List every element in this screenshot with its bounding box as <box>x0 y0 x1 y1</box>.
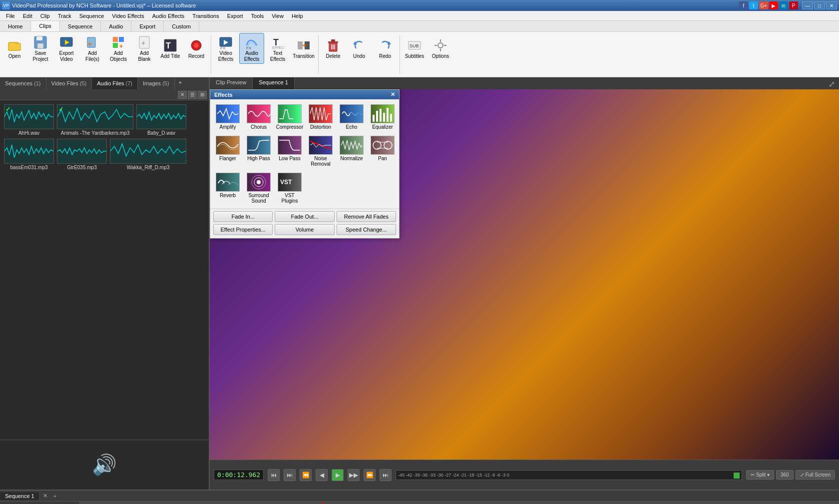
menu-clip[interactable]: Clip <box>36 12 54 20</box>
effect-flanger[interactable]: Flanger <box>213 134 242 169</box>
file-item-animals[interactable]: ✓ Animals -The Yardbarkers.mp3 <box>57 104 133 136</box>
transition-button[interactable]: Transition <box>291 33 316 64</box>
remove-all-fades-button[interactable]: Remove All Fades <box>337 211 396 222</box>
twitter-icon[interactable]: t <box>749 1 758 9</box>
tab-audio[interactable]: Audio <box>101 21 131 31</box>
prev-frame-btn[interactable]: ◀ <box>316 469 328 481</box>
menu-video-effects[interactable]: Video Effects <box>108 12 148 20</box>
timeline-add-tab-btn[interactable]: + <box>50 492 59 500</box>
effect-echo[interactable]: Echo <box>337 102 366 132</box>
options-button[interactable]: Options <box>428 33 453 64</box>
add-objects-label: Add Objects <box>107 50 129 62</box>
effect-noiserem[interactable]: Noise Removal <box>306 134 335 169</box>
maximize-button[interactable]: □ <box>814 1 825 9</box>
fade-out-button[interactable]: Fade Out... <box>275 211 334 222</box>
effect-normalize[interactable]: Normalize <box>337 134 366 169</box>
effect-equalizer[interactable]: Equalizer <box>368 102 397 132</box>
facebook-icon[interactable]: f <box>739 1 748 9</box>
redo-button[interactable]: Redo <box>373 33 398 64</box>
googleplus-icon[interactable]: G+ <box>759 1 768 9</box>
delete-button[interactable]: Delete <box>321 33 346 64</box>
svg-text:EFFECTS: EFFECTS <box>272 46 285 49</box>
tab-home[interactable]: Home <box>0 21 31 31</box>
menu-audio-effects[interactable]: Audio Effects <box>148 12 189 20</box>
effect-pan[interactable]: Pan <box>368 134 397 169</box>
file-item-wakka[interactable]: Wakka_Riff_D.mp3 <box>110 139 186 170</box>
files-delete-btn[interactable]: ✕ <box>178 91 187 99</box>
timeline-tab-seq1[interactable]: Sequence 1 <box>0 492 40 500</box>
add-title-button[interactable]: T Add Title <box>158 33 183 64</box>
effect-surround[interactable]: Surround Sound <box>244 171 273 206</box>
file-item-bassem[interactable]: bassEm031.mp3 <box>4 139 54 170</box>
menu-view[interactable]: View <box>268 12 288 20</box>
minimize-button[interactable]: — <box>802 1 813 9</box>
file-item-ahhi[interactable]: ✓ AhHi.wav <box>4 104 54 136</box>
timeline-tab-close-btn[interactable]: ✕ <box>40 492 50 500</box>
text-effects-button[interactable]: TEFFECTS Text Effects <box>265 33 290 64</box>
video-effects-button[interactable]: FX Video Effects <box>213 33 238 64</box>
skip-to-start-btn[interactable]: ⏮ <box>268 469 280 481</box>
youtube-icon[interactable]: ▶ <box>769 1 778 9</box>
menu-transitions[interactable]: Transitions <box>188 12 223 20</box>
effect-highpass[interactable]: High Pass <box>244 134 273 169</box>
files-list-btn[interactable]: ☰ <box>188 91 197 99</box>
tab-clips[interactable]: Clips <box>31 21 59 31</box>
audio-effects-button[interactable]: FX Audio Effects <box>239 33 264 64</box>
fast-forward-btn[interactable]: ⏩ <box>364 469 376 481</box>
tab-export[interactable]: Export <box>131 21 164 31</box>
play-btn[interactable]: ▶ <box>332 469 344 481</box>
rewind-btn[interactable]: ⏪ <box>300 469 312 481</box>
save-project-button[interactable]: Save Project <box>28 33 53 64</box>
menu-sequence[interactable]: Sequence <box>75 12 108 20</box>
pinterest-icon[interactable]: P <box>789 1 798 9</box>
add-objects-button[interactable]: + Add Objects <box>106 33 131 64</box>
delete-label: Delete <box>326 53 341 59</box>
step-back-btn[interactable]: ⏭ <box>284 469 296 481</box>
fullscreen-button[interactable]: ⤢ Full Screen <box>796 470 835 480</box>
menu-track[interactable]: Track <box>54 12 75 20</box>
tab-custom[interactable]: Custom <box>164 21 199 31</box>
skip-to-end-btn[interactable]: ⏭ <box>380 469 392 481</box>
speed-change-button[interactable]: Speed Change... <box>337 224 396 235</box>
menu-export[interactable]: Export <box>223 12 247 20</box>
effect-reverb[interactable]: Reverb <box>213 171 242 206</box>
effect-amplify[interactable]: Amplify <box>213 102 242 132</box>
effect-vst[interactable]: VST VST Plugins <box>275 171 304 206</box>
effect-lowpass[interactable]: Low Pass <box>275 134 304 169</box>
file-item-babyd[interactable]: Baby_D.wav <box>136 104 186 136</box>
effects-close-btn[interactable]: ✕ <box>391 91 395 98</box>
add-blank-button[interactable]: + Add Blank <box>132 33 157 64</box>
linkedin-icon[interactable]: in <box>779 1 788 9</box>
effect-properties-button[interactable]: Effect Properties... <box>213 224 273 235</box>
next-frame-btn[interactable]: ▶▶ <box>348 469 360 481</box>
split-button[interactable]: ✂ Split ▾ <box>746 470 774 480</box>
export-video-button[interactable]: Export Video <box>54 33 79 64</box>
file-item-gtre035[interactable]: GtrE035.mp3 <box>57 139 107 170</box>
effect-chorus[interactable]: Chorus <box>244 102 273 132</box>
open-button[interactable]: Open <box>2 33 27 64</box>
menu-help[interactable]: Help <box>288 12 307 20</box>
tab-sequence[interactable]: Sequence <box>60 21 101 31</box>
expand-preview-btn[interactable]: ⤢ <box>825 77 839 89</box>
menu-file[interactable]: File <box>2 12 19 20</box>
360-button[interactable]: 360 <box>776 470 794 480</box>
undo-button[interactable]: Undo <box>347 33 372 64</box>
close-button[interactable]: ✕ <box>826 1 837 9</box>
effect-compressor[interactable]: Compressor <box>275 102 304 132</box>
record-button[interactable]: Record <box>184 33 209 64</box>
menu-tools[interactable]: Tools <box>247 12 268 20</box>
tab-images[interactable]: Images (5) <box>138 77 175 89</box>
clip-preview-tab[interactable]: Clip Preview <box>210 77 253 89</box>
add-files-button[interactable]: + Add File(s) <box>80 33 105 64</box>
subtitles-button[interactable]: SUB Subtitles <box>402 33 427 64</box>
tab-video-files[interactable]: Video Files (5) <box>46 77 92 89</box>
tab-sequences[interactable]: Sequences (1) <box>0 77 46 89</box>
tab-audio-files[interactable]: Audio Files (7) <box>92 77 138 89</box>
fade-in-button[interactable]: Fade In... <box>213 211 273 222</box>
files-grid-btn[interactable]: ⊞ <box>198 91 207 99</box>
add-tab-button[interactable]: + <box>175 77 186 89</box>
sequence1-tab[interactable]: Sequence 1 <box>253 77 295 89</box>
menu-edit[interactable]: Edit <box>19 12 36 20</box>
effect-distortion[interactable]: Distortion <box>306 102 335 132</box>
volume-button[interactable]: Volume <box>275 224 334 235</box>
